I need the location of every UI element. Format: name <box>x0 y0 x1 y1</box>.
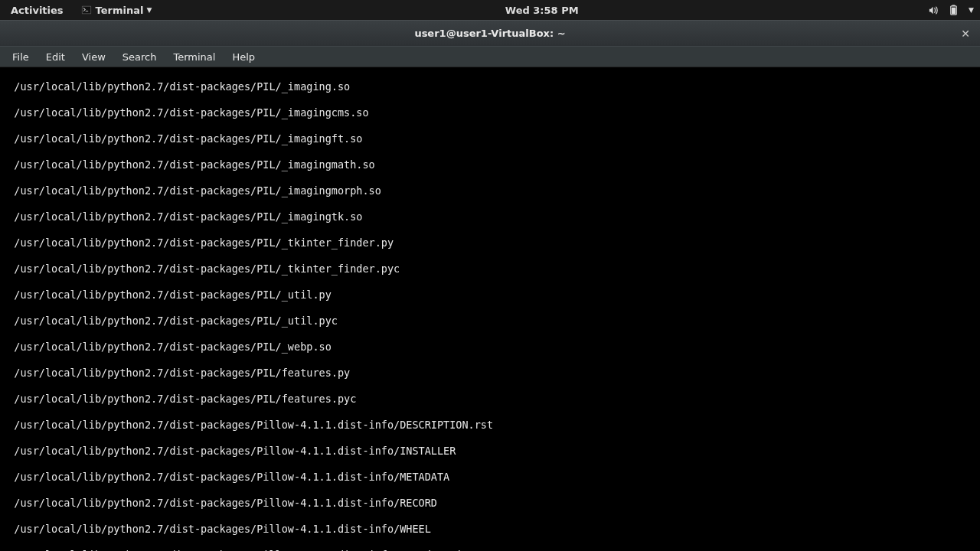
window-title: user1@user1-VirtualBox: ~ <box>414 28 565 39</box>
output-line: /usr/local/lib/python2.7/dist-packages/P… <box>2 262 978 276</box>
menu-search[interactable]: Search <box>115 49 165 65</box>
close-button[interactable]: ✕ <box>959 27 972 41</box>
output-line: /usr/local/lib/python2.7/dist-packages/P… <box>2 315 978 328</box>
output-line: /usr/local/lib/python2.7/dist-packages/P… <box>2 471 978 484</box>
battery-icon[interactable] <box>947 4 959 16</box>
output-line: /usr/local/lib/python2.7/dist-packages/P… <box>2 184 978 197</box>
menubar: File Edit View Search Terminal Help <box>0 46 980 67</box>
app-menu-button[interactable]: Terminal ▼ <box>76 4 157 16</box>
menu-edit[interactable]: Edit <box>38 49 73 65</box>
menu-terminal[interactable]: Terminal <box>165 49 223 65</box>
output-line: /usr/local/lib/python2.7/dist-packages/P… <box>2 341 978 354</box>
gnome-top-bar: Activities Terminal ▼ Wed 3:58 PM ▼ <box>0 0 980 20</box>
close-icon: ✕ <box>961 28 970 40</box>
volume-icon[interactable] <box>927 4 939 16</box>
svg-rect-2 <box>85 11 88 11</box>
output-line: /usr/local/lib/python2.7/dist-packages/P… <box>2 367 978 380</box>
menu-view[interactable]: View <box>74 49 113 65</box>
output-line: /usr/local/lib/python2.7/dist-packages/P… <box>2 106 978 119</box>
system-menu-chevron-icon[interactable]: ▼ <box>969 6 974 14</box>
output-line: /usr/local/lib/python2.7/dist-packages/P… <box>2 236 978 249</box>
activities-button[interactable]: Activities <box>6 5 68 16</box>
output-line: /usr/local/lib/python2.7/dist-packages/P… <box>2 523 978 536</box>
clock[interactable]: Wed 3:58 PM <box>505 5 579 16</box>
svg-rect-1 <box>82 7 90 14</box>
output-line: /usr/local/lib/python2.7/dist-packages/P… <box>2 419 978 432</box>
output-line: /usr/local/lib/python2.7/dist-packages/P… <box>2 393 978 406</box>
menu-file[interactable]: File <box>5 49 37 65</box>
terminal-icon <box>80 4 93 16</box>
menu-help[interactable]: Help <box>224 49 263 65</box>
window-titlebar[interactable]: user1@user1-VirtualBox: ~ ✕ <box>0 20 980 46</box>
output-line: /usr/local/lib/python2.7/dist-packages/P… <box>2 497 978 510</box>
output-line: /usr/local/lib/python2.7/dist-packages/P… <box>2 289 978 302</box>
svg-rect-4 <box>952 5 955 5</box>
output-line: /usr/local/lib/python2.7/dist-packages/P… <box>2 445 978 458</box>
output-line: /usr/local/lib/python2.7/dist-packages/P… <box>2 158 978 171</box>
output-line: /usr/local/lib/python2.7/dist-packages/P… <box>2 132 978 145</box>
app-menu-label: Terminal <box>96 5 144 16</box>
output-line: /usr/local/lib/python2.7/dist-packages/P… <box>2 80 978 93</box>
output-line: /usr/local/lib/python2.7/dist-packages/P… <box>2 210 978 223</box>
terminal-window: user1@user1-VirtualBox: ~ ✕ File Edit Vi… <box>0 20 980 551</box>
terminal-viewport[interactable]: /usr/local/lib/python2.7/dist-packages/P… <box>0 67 980 551</box>
svg-rect-5 <box>951 7 955 13</box>
chevron-down-icon: ▼ <box>146 6 152 14</box>
